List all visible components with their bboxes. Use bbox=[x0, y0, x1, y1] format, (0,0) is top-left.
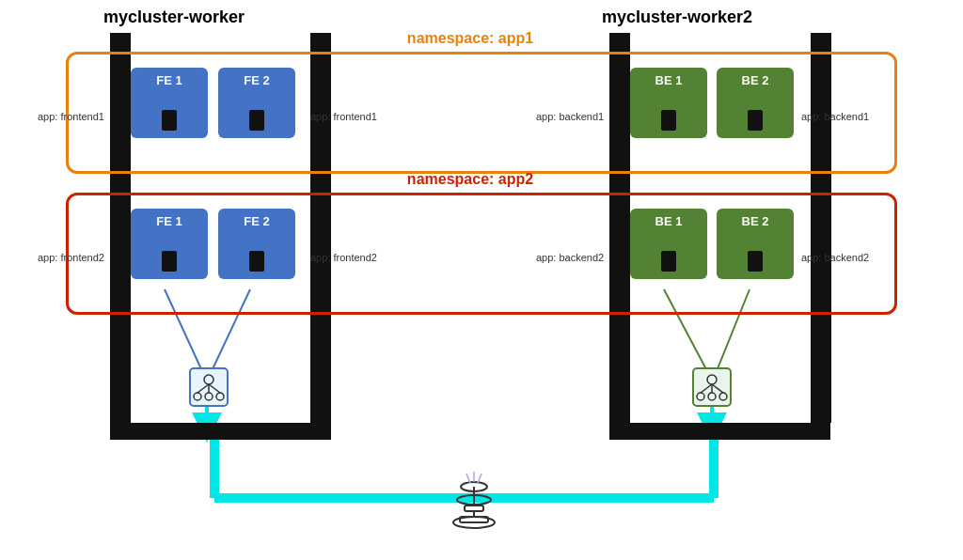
pod-fe1-app2: FE 1 bbox=[131, 209, 208, 279]
pod-fe1-app1-door bbox=[162, 110, 177, 131]
app-label-fe1-app1-right: app: frontend1 bbox=[310, 111, 377, 122]
fountain-icon bbox=[436, 459, 512, 534]
namespace-app1-label: namespace: app1 bbox=[376, 30, 564, 47]
pod-fe2-app1-door bbox=[249, 110, 264, 131]
app-label-be1-app2-left: app: backend2 bbox=[536, 252, 604, 263]
app-label-fe1-app2-right: app: frontend2 bbox=[310, 252, 377, 263]
pod-be2-app1: BE 2 bbox=[717, 68, 794, 138]
pod-fe2-app2: FE 2 bbox=[218, 209, 295, 279]
app-label-fe1-app2-left: app: frontend2 bbox=[38, 252, 104, 263]
pod-be1-app2-door bbox=[661, 251, 676, 272]
app-label-be1-app1-right: app: backend1 bbox=[801, 111, 869, 122]
pod-be1-app2: BE 1 bbox=[630, 209, 707, 279]
svg-rect-27 bbox=[465, 506, 483, 511]
pod-be1-app1: BE 1 bbox=[630, 68, 707, 138]
pod-be1-app1-door bbox=[661, 110, 676, 131]
pod-be2-app2-door bbox=[748, 251, 763, 272]
app-label-be1-app2-right: app: backend2 bbox=[801, 252, 869, 263]
app-label-be1-app1-left: app: backend1 bbox=[536, 111, 604, 122]
cluster1-label: mycluster-worker bbox=[103, 8, 245, 27]
cluster2-base bbox=[609, 423, 830, 440]
pod-be2-app1-door bbox=[748, 110, 763, 131]
service-icon-right bbox=[691, 366, 733, 408]
diagram: mycluster-worker mycluster-worker2 names… bbox=[0, 0, 963, 560]
pod-fe2-app2-door bbox=[249, 251, 264, 272]
cluster1-base bbox=[110, 423, 331, 440]
pod-fe1-app2-door bbox=[162, 251, 177, 272]
app-label-fe1-app1-left: app: frontend1 bbox=[38, 111, 104, 122]
cluster2-label: mycluster-worker2 bbox=[602, 8, 752, 27]
service-icon-left bbox=[188, 366, 229, 408]
namespace-app2-label: namespace: app2 bbox=[376, 171, 564, 188]
pod-fe1-app1: FE 1 bbox=[131, 68, 208, 138]
pod-fe2-app1: FE 2 bbox=[218, 68, 295, 138]
pod-be2-app2: BE 2 bbox=[717, 209, 794, 279]
